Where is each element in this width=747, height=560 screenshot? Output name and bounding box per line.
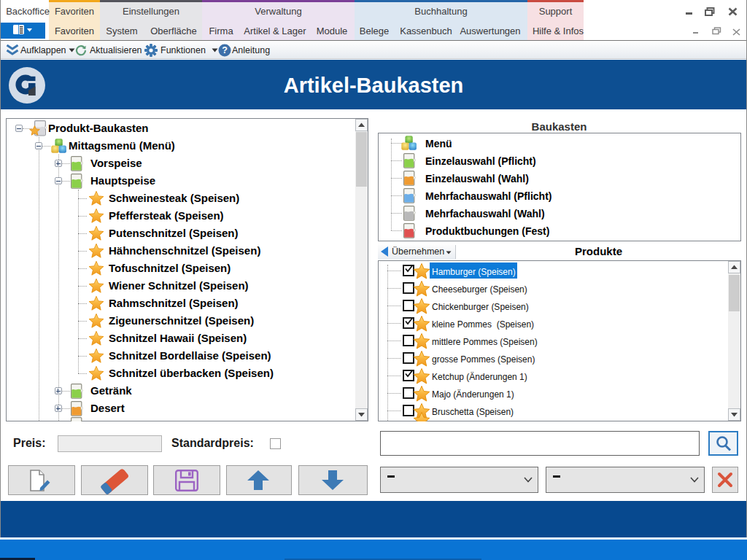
svg-text:?: ? bbox=[222, 45, 228, 55]
